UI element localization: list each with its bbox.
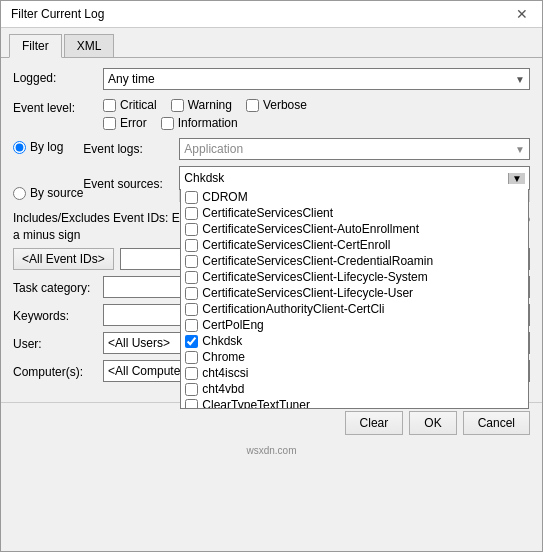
tab-filter[interactable]: Filter [9, 34, 62, 58]
checkbox-verbose[interactable]: Verbose [246, 98, 307, 112]
radio-by-source[interactable]: By source [13, 186, 83, 200]
filter-dialog: Filter Current Log ✕ Filter XML Logged: … [0, 0, 543, 552]
event-sources-label: Event sources: [83, 177, 173, 191]
source-label-cleartypetexttuner: ClearTypeTextTuner [202, 398, 310, 409]
source-label-certpoleng: CertPolEng [202, 318, 263, 332]
logged-dropdown-arrow: ▼ [515, 74, 525, 85]
checkbox-warning-input[interactable] [171, 99, 184, 112]
checkbox-information-input[interactable] [161, 117, 174, 130]
title-bar: Filter Current Log ✕ [1, 1, 542, 28]
source-item-certauthclient-certcli[interactable]: CertificationAuthorityClient-CertCli [181, 301, 528, 317]
event-level-label: Event level: [13, 98, 103, 115]
radio-by-log-label: By log [30, 140, 63, 154]
dialog-content: Logged: Any time ▼ Event level: Critical [1, 58, 542, 398]
source-check-cdrom[interactable] [185, 191, 198, 204]
event-logs-row: Event logs: Application ▼ [83, 138, 530, 160]
checkbox-verbose-input[interactable] [246, 99, 259, 112]
radio-by-log-input[interactable] [13, 141, 26, 154]
source-check-cleartypetexttuner[interactable] [185, 399, 198, 410]
source-item-certsvcclient-lifecycle-sys[interactable]: CertificateServicesClient-Lifecycle-Syst… [181, 269, 528, 285]
checkbox-information-label: Information [178, 116, 238, 130]
keywords-label: Keywords: [13, 306, 103, 323]
source-item-certsvcclient-certenroll[interactable]: CertificateServicesClient-CertEnroll [181, 237, 528, 253]
radio-column: By log By source [13, 138, 83, 202]
source-check-chkdsk[interactable] [185, 335, 198, 348]
event-logs-arrow: ▼ [515, 144, 525, 155]
source-item-cht4iscsi[interactable]: cht4iscsi [181, 365, 528, 381]
event-logs-dropdown[interactable]: Application ▼ [179, 138, 530, 160]
source-item-cleartypetexttuner[interactable]: ClearTypeTextTuner [181, 397, 528, 409]
checkbox-error-input[interactable] [103, 117, 116, 130]
event-logs-label: Event logs: [83, 142, 173, 156]
cancel-button[interactable]: Cancel [463, 411, 530, 435]
event-sources-header[interactable]: Chkdsk ▼ [180, 167, 529, 189]
event-level-checkboxes: Critical Warning Verbose Error [103, 98, 530, 130]
logged-dropdown-wrapper: Any time ▼ [103, 68, 530, 90]
radio-by-log[interactable]: By log [13, 140, 83, 154]
source-item-cht4vbd[interactable]: cht4vbd [181, 381, 528, 397]
checkbox-information[interactable]: Information [161, 116, 238, 130]
checkbox-critical[interactable]: Critical [103, 98, 157, 112]
event-fields: Event logs: Application ▼ Event sources:… [83, 138, 530, 202]
watermark: wsxdn.com [1, 443, 542, 458]
computer-label: Computer(s): [13, 362, 103, 379]
source-check-certauthclient-certcli[interactable] [185, 303, 198, 316]
event-sources-dropdown[interactable]: Chkdsk ▼ CDROM CertificateSer [179, 166, 530, 190]
checkbox-warning-label: Warning [188, 98, 232, 112]
source-item-certsvcclient-autoenroll[interactable]: CertificateServicesClient-AutoEnrollment [181, 221, 528, 237]
radio-by-source-label: By source [30, 186, 83, 200]
checkbox-critical-label: Critical [120, 98, 157, 112]
sources-wrapper: Chkdsk ▼ CDROM CertificateSer [179, 166, 530, 202]
radio-by-source-input[interactable] [13, 187, 26, 200]
source-check-certpoleng[interactable] [185, 319, 198, 332]
source-label-certauthclient-certcli: CertificationAuthorityClient-CertCli [202, 302, 384, 316]
logged-dropdown[interactable]: Any time ▼ [103, 68, 530, 90]
source-check-certsvcclient[interactable] [185, 207, 198, 220]
event-logs-value: Application [184, 142, 243, 156]
source-label-cht4vbd: cht4vbd [202, 382, 244, 396]
source-item-certpoleng[interactable]: CertPolEng [181, 317, 528, 333]
source-check-certsvcclient-autoenroll[interactable] [185, 223, 198, 236]
task-category-label: Task category: [13, 278, 103, 295]
ok-button[interactable]: OK [409, 411, 456, 435]
source-item-certsvcclient[interactable]: CertificateServicesClient [181, 205, 528, 221]
source-label-cht4iscsi: cht4iscsi [202, 366, 248, 380]
close-button[interactable]: ✕ [512, 7, 532, 21]
source-item-certsvcclient-credroam[interactable]: CertificateServicesClient-CredentialRoam… [181, 253, 528, 269]
source-label-certsvcclient-certenroll: CertificateServicesClient-CertEnroll [202, 238, 390, 252]
checkbox-critical-input[interactable] [103, 99, 116, 112]
source-item-chkdsk[interactable]: Chkdsk [181, 333, 528, 349]
source-item-cdrom[interactable]: CDROM [181, 189, 528, 205]
checkbox-error[interactable]: Error [103, 116, 147, 130]
checkbox-verbose-label: Verbose [263, 98, 307, 112]
source-label-chrome: Chrome [202, 350, 245, 364]
source-check-cht4iscsi[interactable] [185, 367, 198, 380]
source-item-certsvcclient-lifecycle-user[interactable]: CertificateServicesClient-Lifecycle-User [181, 285, 528, 301]
source-check-certsvcclient-certenroll[interactable] [185, 239, 198, 252]
source-label-cdrom: CDROM [202, 190, 247, 204]
source-label-certsvcclient-autoenroll: CertificateServicesClient-AutoEnrollment [202, 222, 419, 236]
tab-bar: Filter XML [1, 28, 542, 58]
logged-label: Logged: [13, 68, 103, 85]
source-check-chrome[interactable] [185, 351, 198, 364]
checkbox-error-label: Error [120, 116, 147, 130]
all-event-ids-button[interactable]: <All Event IDs> [13, 248, 114, 270]
middle-section: By log By source Event logs: Application… [13, 138, 530, 202]
source-check-certsvcclient-credroam[interactable] [185, 255, 198, 268]
dialog-title: Filter Current Log [11, 7, 104, 21]
source-check-cht4vbd[interactable] [185, 383, 198, 396]
source-check-certsvcclient-lifecycle-user[interactable] [185, 287, 198, 300]
checkboxes-row-2: Error Information [103, 116, 530, 130]
event-sources-arrow: ▼ [508, 173, 525, 184]
source-label-certsvcclient-lifecycle-sys: CertificateServicesClient-Lifecycle-Syst… [202, 270, 427, 284]
source-label-certsvcclient: CertificateServicesClient [202, 206, 333, 220]
checkboxes-row-1: Critical Warning Verbose [103, 98, 530, 112]
source-item-chrome[interactable]: Chrome [181, 349, 528, 365]
source-check-certsvcclient-lifecycle-sys[interactable] [185, 271, 198, 284]
clear-button[interactable]: Clear [345, 411, 404, 435]
logged-row: Logged: Any time ▼ [13, 68, 530, 90]
tab-xml[interactable]: XML [64, 34, 115, 57]
event-sources-list: CDROM CertificateServicesClient Certific… [180, 189, 529, 409]
user-label: User: [13, 334, 103, 351]
checkbox-warning[interactable]: Warning [171, 98, 232, 112]
